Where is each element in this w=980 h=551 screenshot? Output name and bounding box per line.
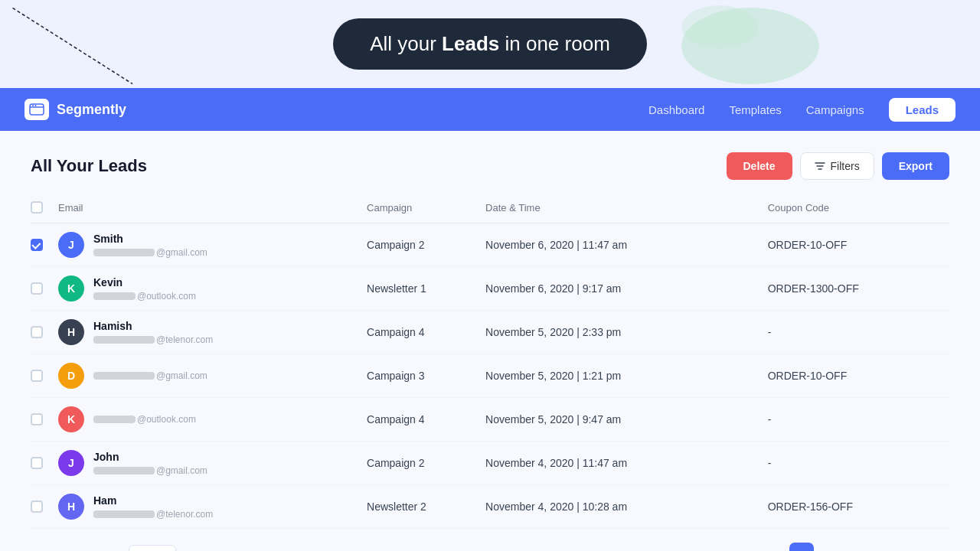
svg-rect-2 xyxy=(30,104,44,115)
col-campaign: Campaign xyxy=(367,197,485,223)
avatar: D xyxy=(58,363,84,389)
svg-point-3 xyxy=(32,105,34,106)
lead-name: Hamish xyxy=(93,320,213,332)
row-checkbox[interactable] xyxy=(31,282,43,295)
datetime-cell: November 5, 2020 | 1:21 pm xyxy=(485,354,768,398)
table-row: K@outlook.comCampaign 4November 5, 2020 … xyxy=(31,398,949,442)
table-row: HHamish@telenor.comCampaign 4November 5,… xyxy=(31,311,949,354)
row-checkbox[interactable] xyxy=(31,370,43,382)
export-button[interactable]: Export xyxy=(882,152,949,180)
prev-page-button[interactable]: ‹ xyxy=(734,543,759,551)
avatar: H xyxy=(58,319,84,345)
svg-point-4 xyxy=(35,105,37,106)
coupon-cell: ORDER-10-OFF xyxy=(768,223,949,267)
col-coupon: Coupon Code xyxy=(768,197,949,223)
filters-icon xyxy=(815,161,825,171)
lead-email: @telenor.com xyxy=(93,334,213,345)
datetime-cell: November 5, 2020 | 2:33 pm xyxy=(485,311,768,354)
datetime-cell: November 6, 2020 | 9:17 am xyxy=(485,267,768,311)
datetime-cell: November 4, 2020 | 11:47 am xyxy=(485,442,768,485)
coupon-cell: ORDER-1300-OFF xyxy=(768,267,949,311)
navbar-nav: Dashboard Templates Campaigns Leads xyxy=(648,98,956,122)
brand[interactable]: Segmently xyxy=(24,99,126,120)
logo-icon xyxy=(29,103,44,116)
delete-button[interactable]: Delete xyxy=(727,152,792,180)
coupon-cell: - xyxy=(768,398,949,442)
page-1-button[interactable]: 1 xyxy=(762,543,786,551)
row-checkbox[interactable] xyxy=(31,239,43,251)
row-checkbox[interactable] xyxy=(31,500,43,513)
campaign-cell: Newsletter 2 xyxy=(367,485,485,529)
lead-name: John xyxy=(93,451,207,463)
page-4-button[interactable]: 4 xyxy=(844,543,869,551)
campaign-cell: Campaign 2 xyxy=(367,223,485,267)
table-row: KKevin@outlook.comNewsletter 1November 6… xyxy=(31,267,949,311)
page-nav: ‹ 1 2 3 4 ••• 12 › xyxy=(734,543,949,551)
svg-point-1 xyxy=(681,5,758,48)
avatar: K xyxy=(58,406,84,432)
navbar: Segmently Dashboard Templates Campaigns … xyxy=(0,88,980,131)
coupon-cell: ORDER-10-OFF xyxy=(768,354,949,398)
hero-text: All your Leads in one room xyxy=(370,32,610,55)
coupon-cell: - xyxy=(768,311,949,354)
campaign-cell: Campaign 4 xyxy=(367,311,485,354)
page-12-button[interactable]: 12 xyxy=(897,543,922,551)
email-cell: JJohn@gmail.com xyxy=(58,450,367,476)
nav-leads-active[interactable]: Leads xyxy=(889,98,956,122)
avatar: J xyxy=(58,232,84,258)
page-3-button[interactable]: 3 xyxy=(817,543,841,551)
coupon-cell: - xyxy=(768,442,949,485)
email-cell: D@gmail.com xyxy=(58,363,367,389)
lead-name: Ham xyxy=(93,494,213,507)
filters-button[interactable]: Filters xyxy=(800,152,874,180)
email-cell: K@outlook.com xyxy=(58,406,367,432)
coupon-cell: ORDER-156-OFF xyxy=(768,485,949,529)
pagination-row: View leads per page 30 50 100 ‹ 1 2 3 4 … xyxy=(31,529,949,551)
table-row: D@gmail.comCampaign 3November 5, 2020 | … xyxy=(31,354,949,398)
deco-line-icon xyxy=(0,0,153,88)
lead-email: @telenor.com xyxy=(93,509,213,520)
avatar: H xyxy=(58,494,84,520)
leads-table: Email Campaign Date & Time Coupon Code J… xyxy=(31,197,949,529)
table-row: JJohn@gmail.comCampaign 2November 4, 202… xyxy=(31,442,949,485)
datetime-cell: November 6, 2020 | 11:47 am xyxy=(485,223,768,267)
nav-templates[interactable]: Templates xyxy=(729,103,781,116)
email-cell: HHamish@telenor.com xyxy=(58,319,367,345)
deco-blob-icon xyxy=(674,4,827,88)
lead-email: @outlook.com xyxy=(93,414,196,425)
table-row: JSmith@gmail.comCampaign 2November 6, 20… xyxy=(31,223,949,267)
table-row: HHam@telenor.comNewsletter 2November 4, … xyxy=(31,485,949,529)
page-2-button[interactable]: 2 xyxy=(789,543,814,551)
datetime-cell: November 4, 2020 | 10:28 am xyxy=(485,485,768,529)
datetime-cell: November 5, 2020 | 9:47 am xyxy=(485,398,768,442)
campaign-cell: Campaign 3 xyxy=(367,354,485,398)
next-page-button[interactable]: › xyxy=(925,543,949,551)
campaign-cell: Campaign 4 xyxy=(367,398,485,442)
per-page-select[interactable]: 30 50 100 xyxy=(129,545,176,552)
lead-name: Smith xyxy=(93,233,207,245)
leads-header: All Your Leads Delete Filters Export xyxy=(31,152,949,180)
col-datetime: Date & Time xyxy=(485,197,768,223)
row-checkbox[interactable] xyxy=(31,326,43,338)
row-checkbox[interactable] xyxy=(31,413,43,425)
select-all-checkbox[interactable] xyxy=(31,201,43,214)
table-body: JSmith@gmail.comCampaign 2November 6, 20… xyxy=(31,223,949,529)
brand-logo xyxy=(24,99,49,120)
avatar: K xyxy=(58,276,84,302)
page-title: All Your Leads xyxy=(31,156,147,176)
nav-campaigns[interactable]: Campaigns xyxy=(806,103,864,116)
email-cell: JSmith@gmail.com xyxy=(58,232,367,258)
campaign-cell: Campaign 2 xyxy=(367,442,485,485)
main-content: All Your Leads Delete Filters Export Ema… xyxy=(0,131,980,551)
nav-dashboard[interactable]: Dashboard xyxy=(648,103,704,116)
campaign-cell: Newsletter 1 xyxy=(367,267,485,311)
row-checkbox[interactable] xyxy=(31,457,43,469)
hero-pill: All your Leads in one room xyxy=(333,18,647,70)
lead-email: @gmail.com xyxy=(93,370,207,381)
brand-name: Segmently xyxy=(57,102,126,118)
lead-email: @gmail.com xyxy=(93,465,207,476)
hero-section: All your Leads in one room xyxy=(0,0,980,88)
avatar: J xyxy=(58,450,84,476)
email-cell: HHam@telenor.com xyxy=(58,494,367,520)
lead-email: @gmail.com xyxy=(93,247,207,258)
